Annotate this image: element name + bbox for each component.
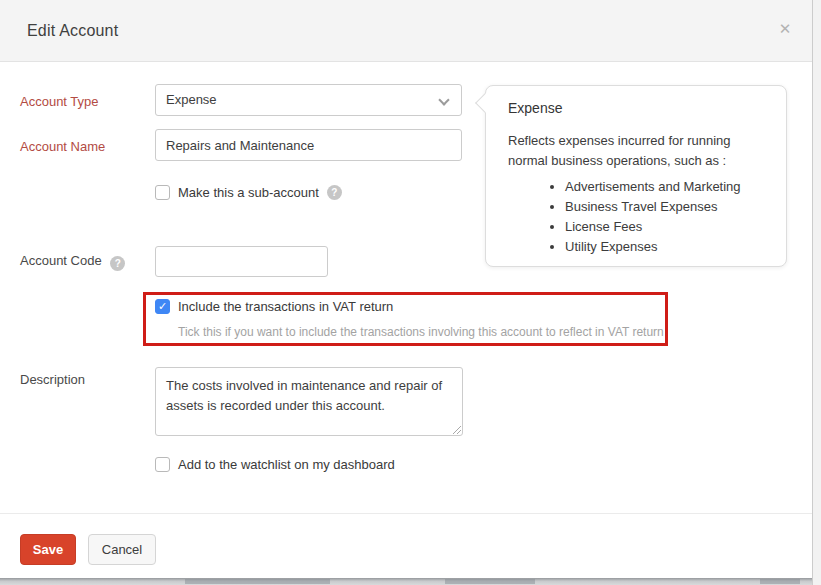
account-name-input[interactable] (155, 129, 462, 161)
description-label: Description (20, 372, 85, 387)
account-code-input[interactable] (155, 246, 328, 277)
help-icon[interactable]: ? (327, 185, 342, 200)
watchlist-label: Add to the watchlist on my dashboard (178, 457, 395, 472)
list-item: Business Travel Expenses (565, 197, 768, 217)
list-item: License Fees (565, 217, 768, 237)
account-type-value: Expense (166, 92, 217, 107)
sub-account-row: Make this a sub-account ? (155, 185, 342, 200)
modal-header: Edit Account ✕ (0, 0, 812, 62)
popover-title: Expense (508, 100, 768, 116)
modal-footer: Save Cancel (0, 513, 812, 578)
popover-example-list: Advertisements and Marketing Business Tr… (508, 177, 768, 257)
watchlist-row: Add to the watchlist on my dashboard (155, 457, 395, 472)
background-smudge (445, 579, 535, 584)
account-code-label-text: Account Code (20, 253, 102, 268)
vat-label: Include the transactions in VAT return (178, 299, 393, 314)
help-icon[interactable]: ? (110, 256, 125, 271)
background-smudge (185, 579, 330, 584)
edit-account-modal: Edit Account ✕ Account Type Expense Acco… (0, 0, 821, 585)
list-item: Advertisements and Marketing (565, 177, 768, 197)
close-icon[interactable]: ✕ (776, 20, 794, 38)
vat-checkbox[interactable] (155, 299, 170, 314)
chevron-down-icon (438, 94, 449, 105)
popover-description: Reflects expenses incurred for running n… (508, 131, 768, 171)
description-textarea[interactable]: The costs involved in maintenance and re… (155, 367, 463, 436)
background-smudge (760, 579, 800, 584)
popover-arrow (475, 93, 495, 113)
cancel-button[interactable]: Cancel (88, 534, 156, 565)
page-title: Edit Account (27, 22, 118, 40)
account-name-label: Account Name (20, 139, 105, 154)
watchlist-checkbox[interactable] (155, 457, 170, 472)
sub-account-label: Make this a sub-account (178, 185, 319, 200)
sub-account-checkbox[interactable] (155, 185, 170, 200)
account-code-label: Account Code ? (20, 253, 125, 271)
list-item: Utility Expenses (565, 237, 768, 257)
account-type-label: Account Type (20, 94, 99, 109)
account-type-select[interactable]: Expense (155, 84, 462, 116)
background-right-strip (812, 0, 821, 585)
vat-row: Include the transactions in VAT return (155, 299, 393, 314)
background-bottom-strip (0, 578, 812, 585)
save-button[interactable]: Save (20, 534, 76, 565)
account-type-info-popover: Expense Reflects expenses incurred for r… (485, 85, 787, 267)
vat-helper-text: Tick this if you want to include the tra… (178, 325, 664, 339)
